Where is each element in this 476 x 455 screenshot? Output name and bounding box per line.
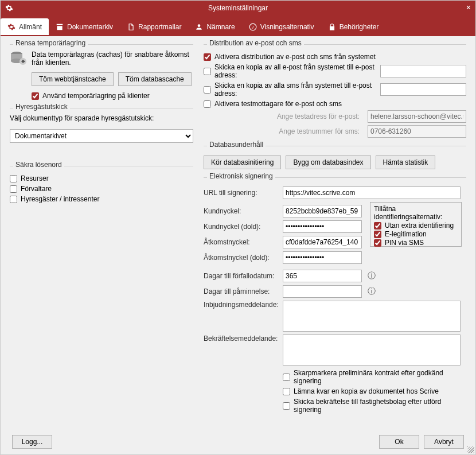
group-cache: Rensa temporärlagring Data temporärlagra… [10,44,193,100]
group-legend: Databasunderhåll [207,141,266,149]
auth-eleg-checkbox[interactable] [374,231,381,238]
esign-due-label: Dagar till förfallodatum: [204,272,277,280]
esign-invite-label: Inbjudningsmeddelande: [204,301,277,309]
dist-test-email-label: Ange testadress för e-post: [204,112,364,120]
settings-icon [5,4,13,12]
tab-label: Nämnare [206,23,235,31]
info-icon[interactable]: ⓘ [368,271,376,281]
esign-url-input[interactable] [283,186,461,199]
svg-text:i: i [252,25,253,29]
tab-bar: Allmänt Dokumentarkiv Rapportmallar Nämn… [1,15,475,35]
dist-test-recv-label: Aktivera testmottagare för e-post och sm… [214,100,342,108]
esign-url-label: URL till signering: [204,189,277,197]
window-title: Systeminställningar [208,4,268,12]
resize-grip[interactable] [467,446,474,453]
esign-auth-title: Tillåtna identifieringsalternativ: [374,205,458,221]
dist-copy-sms-label: Skicka en kopia av alla sms från systeme… [214,81,377,98]
cancel-button[interactable]: Avbryt [424,435,464,449]
group-db-maintenance: Databasunderhåll Kör databasinitiering B… [204,146,466,169]
cache-description: Data temporärlagras (cachas) för snabbar… [32,50,193,67]
tab-namnare[interactable]: Nämnare [188,18,241,35]
auth-pin-label: PIN via SMS [385,239,424,247]
db-rebuild-button[interactable]: Bygg om databasindex [286,155,370,169]
secure-tenants-checkbox[interactable] [10,196,17,203]
group-tenant-send: Hyresgästutskick Välj dokumenttyp för sp… [10,108,193,143]
tab-label: Visningsalternativ [260,23,314,31]
dist-test-sms-label: Ange testnummer för sms: [204,127,364,135]
db-init-button[interactable]: Kör databasinitiering [204,155,281,169]
tab-rapportmallar[interactable]: Rapportmallar [120,18,188,35]
db-stats-button[interactable]: Hämta statistik [376,155,436,169]
secure-resources-checkbox[interactable] [10,175,17,182]
dist-copy-sms-input[interactable] [380,83,466,96]
use-client-cache-label: Använd temporärlagring på klienter [42,92,150,100]
title-bar: Systeminställningar × [1,1,475,15]
group-distribution: Distribution av e-post och sms Aktivera … [204,44,466,138]
report-icon [127,23,135,31]
esign-key-input[interactable] [283,205,362,217]
tab-allmant[interactable]: Allmänt [1,18,49,35]
esign-confirm-label: Bekräftelsemeddelande: [204,335,277,343]
esign-remind-input[interactable] [283,285,362,298]
group-esign: Elektronisk signering URL till signering… [204,177,466,414]
esign-key-hidden-input[interactable] [283,220,362,233]
esign-mark-prelim-checkbox[interactable] [283,374,290,381]
dist-test-email-input [368,110,466,123]
clear-web-cache-button[interactable]: Töm webbtjänstcache [32,72,114,86]
dist-copy-email-label: Skicka en kopia av all e-post från syste… [214,63,377,79]
dist-test-sms-input [368,125,466,138]
esign-leave-copy-checkbox[interactable] [283,388,290,395]
tab-label: Dokumentarkiv [67,23,113,31]
footer: Logg... Ok Avbryt [1,435,475,449]
use-client-cache-checkbox[interactable] [32,92,39,100]
lock-icon [328,23,336,31]
secure-resources-label: Resurser [21,174,49,182]
esign-mark-prelim-label: Skarpmarkera preliminära kontrakt efter … [294,369,466,385]
esign-auth-options: Tillåtna identifieringsalternativ: Utan … [370,202,462,247]
esign-access-hidden-label: Åtkomstnyckel (dold): [204,254,277,262]
group-legend: Hyresgästutskick [13,103,70,111]
close-icon[interactable]: × [466,3,471,12]
info-icon: i [249,23,257,31]
auth-noextra-label: Utan extra identifiering [385,221,454,230]
group-legend: Distribution av e-post och sms [207,39,304,47]
auth-noextra-checkbox[interactable] [374,222,381,230]
tenant-send-desc: Välj dokumenttyp för sparade hyresgästut… [10,114,193,122]
tab-behorigheter[interactable]: Behörigheter [321,18,386,35]
tab-dokumentarkiv[interactable]: Dokumentarkiv [49,18,120,35]
esign-access-hidden-input[interactable] [283,251,362,264]
tab-visning[interactable]: i Visningsalternativ [242,18,321,35]
database-icon [10,50,27,65]
group-legend: Rensa temporärlagring [13,39,88,47]
secure-tenants-label: Hyresgäster / intressenter [21,195,99,203]
gear-icon [7,23,15,31]
clear-db-cache-button[interactable]: Töm databascache [118,72,192,86]
esign-remind-label: Dagar till påminnelse: [204,287,277,295]
dist-copy-email-checkbox[interactable] [204,68,211,75]
esign-invite-textarea[interactable] [283,301,461,332]
esign-leave-copy-label: Lämna kvar en kopia av dokumentet hos Sc… [294,387,439,395]
tenant-doc-type-select[interactable]: Dokumentarkivet [10,129,193,143]
esign-key-label: Kundnyckel: [204,207,277,215]
tab-label: Allmänt [19,23,42,31]
auth-pin-checkbox[interactable] [374,239,381,247]
dist-test-recv-checkbox[interactable] [204,100,211,108]
esign-confirm-textarea[interactable] [283,335,461,365]
log-button[interactable]: Logg... [12,435,52,449]
esign-due-input[interactable] [283,270,362,282]
ok-button[interactable]: Ok [379,435,419,449]
dist-activate-checkbox[interactable] [204,53,211,61]
archive-icon [56,23,64,31]
dist-copy-sms-checkbox[interactable] [204,86,211,94]
esign-send-confirm-checkbox[interactable] [283,402,290,410]
esign-access-input[interactable] [283,236,362,248]
group-legend: Elektronisk signering [207,172,275,180]
dist-copy-email-input[interactable] [380,65,466,77]
secure-managers-label: Förvaltare [21,185,52,193]
secure-managers-checkbox[interactable] [10,185,17,193]
group-secure-passwords: Säkra lösenord Resurser Förvaltare Hyres… [10,166,193,203]
tab-label: Rapportmallar [138,23,181,31]
tab-label: Behörigheter [340,23,379,31]
info-icon[interactable]: ⓘ [368,286,376,297]
esign-send-confirm-label: Skicka bekräftelse till fastighetsbolag … [294,398,466,414]
